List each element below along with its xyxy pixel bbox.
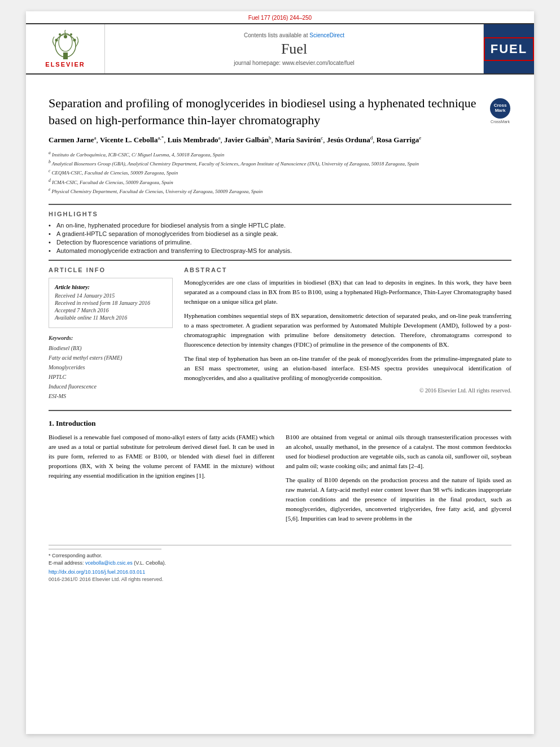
divider-highlights <box>49 204 511 205</box>
authors-line: Carmen Jarnea, Vicente L. Cebollaa,*, Lu… <box>49 135 511 145</box>
corresponding-author-note: * Corresponding author. <box>49 553 511 558</box>
elsevier-label: ELSEVIER <box>45 61 85 68</box>
body-content: 1. Introduction Biodiesel is a renewable… <box>49 419 511 528</box>
journal-title: Fuel <box>281 41 307 58</box>
highlight-item-1: An on-line, hyphenated procedure for bio… <box>49 222 511 229</box>
crossmark-label: CrossMark <box>491 120 510 124</box>
elsevier-logo: ELSEVIER <box>26 24 105 73</box>
abstract-title: ABSTRACT <box>184 267 511 273</box>
sciencedirect-link[interactable]: ScienceDirect <box>309 32 344 38</box>
highlight-item-3: Detection by fluorescence variations of … <box>49 239 511 246</box>
top-citation: Fuel 177 (2016) 244–250 <box>26 11 534 23</box>
author-cebolla: Vicente L. Cebolla <box>100 136 158 145</box>
abstract-text: Monoglycerides are one class of impuriti… <box>184 278 511 383</box>
keywords-list: Biodiesel (BX) Fatty acid methyl esters … <box>49 343 173 401</box>
sciencedirect-line: Contents lists available at ScienceDirec… <box>244 32 344 38</box>
keywords-box: Keywords: Biodiesel (BX) Fatty acid meth… <box>49 335 173 401</box>
affiliation-e: e Physical Chemistry Department, Faculta… <box>49 186 511 195</box>
copyright-line: © 2016 Elsevier Ltd. All rights reserved… <box>184 387 511 394</box>
article-content: Separation and profiling of monoglycerid… <box>26 75 534 595</box>
abstract-p1: Monoglycerides are one class of impuriti… <box>184 278 511 307</box>
doi-link[interactable]: http://dx.doi.org/10.1016/j.fuel.2016.03… <box>49 569 145 575</box>
info-abstract-columns: ARTICLE INFO Article history: Received 1… <box>49 267 511 401</box>
fuel-logo: FUEL <box>484 37 534 61</box>
keyword-5: Induced fluorescence <box>49 382 173 391</box>
article-title: Separation and profiling of monoglycerid… <box>49 95 478 128</box>
fuel-logo-box: FUEL <box>483 24 534 73</box>
affiliation-d: d ICMA-CSIC, Facultad de Ciencias, 50009… <box>49 177 511 186</box>
elsevier-tree-icon <box>43 30 88 61</box>
footnote-divider <box>49 549 161 549</box>
available-date: Available online 11 March 2016 <box>55 314 167 321</box>
journal-homepage: journal homepage: www.elsevier.com/locat… <box>234 60 354 66</box>
author-orduna: Jesús Orduna <box>327 136 370 145</box>
author-galban: Javier Galbán <box>224 136 269 145</box>
journal-header: ELSEVIER Contents lists available at Sci… <box>26 23 534 75</box>
article-info-title: ARTICLE INFO <box>49 267 173 273</box>
intro-p3: The quality of B100 depends on the produ… <box>286 475 511 523</box>
email-note: E-mail address: vcebolla@icb.csic.es (V.… <box>49 560 511 566</box>
article-info-col: ARTICLE INFO Article history: Received 1… <box>49 267 173 401</box>
keyword-3: Monoglycerides <box>49 362 173 372</box>
footnote-area: * Corresponding author. E-mail address: … <box>49 545 511 582</box>
divider-body <box>49 410 511 411</box>
article-history-box: Article history: Received 14 January 201… <box>49 278 173 328</box>
crossmark-badge[interactable]: CrossMark CrossMark <box>489 98 511 124</box>
crossmark-icon: CrossMark <box>490 98 510 119</box>
affiliation-c: c CEQMA-CSIC, Facultad de Ciencias, 5000… <box>49 168 511 177</box>
svg-rect-0 <box>63 53 68 59</box>
intro-text-left: Biodiesel is a renewable fuel composed o… <box>49 433 274 480</box>
abstract-p3: The final step of hyphenation has been a… <box>184 354 511 383</box>
keyword-4: HPTLC <box>49 372 173 382</box>
keyword-1: Biodiesel (BX) <box>49 343 173 353</box>
intro-p2: B100 are obtained from vegetal or animal… <box>286 433 511 471</box>
highlight-item-2: A gradient-HPTLC separation of monoglyce… <box>49 230 511 237</box>
intro-columns: Biodiesel is a renewable fuel composed o… <box>49 433 511 528</box>
received-revised-date: Received in revised form 18 January 2016 <box>55 300 167 306</box>
svg-point-5 <box>73 39 76 42</box>
intro-text-right: B100 are obtained from vegetal or animal… <box>286 433 511 523</box>
svg-point-7 <box>70 33 72 36</box>
highlights-title: HIGHLIGHTS <box>49 211 511 217</box>
abstract-p2: Hyphenation combines sequential steps of… <box>184 311 511 350</box>
received-date: Received 14 January 2015 <box>55 292 167 299</box>
highlight-item-4: Automated monoglyceride extraction and t… <box>49 247 511 254</box>
author-carmen: Carmen Jarne <box>49 136 94 145</box>
email-link[interactable]: vcebolla@icb.csic.es <box>85 560 133 566</box>
issn-line: 0016-2361/© 2016 Elsevier Ltd. All right… <box>49 576 511 582</box>
author-saviron: María Savirón <box>275 136 321 145</box>
affiliation-a: a Instituto de Carboquímica, ICB-CSIC, C… <box>49 150 511 159</box>
abstract-col: ABSTRACT Monoglycerides are one class of… <box>184 267 511 401</box>
highlights-list: An on-line, hyphenated procedure for bio… <box>49 222 511 254</box>
accepted-date: Accepted 7 March 2016 <box>55 307 167 313</box>
journal-center: Contents lists available at ScienceDirec… <box>105 24 483 73</box>
keyword-6: ESI-MS <box>49 391 173 401</box>
article-title-row: Separation and profiling of monoglycerid… <box>49 95 511 128</box>
svg-point-4 <box>55 39 58 42</box>
keyword-2: Fatty acid methyl esters (FAME) <box>49 353 173 362</box>
svg-point-6 <box>59 33 61 36</box>
author-membrado: Luis Membrado <box>168 136 218 145</box>
author-garriga: Rosa Garriga <box>377 136 419 145</box>
keywords-title: Keywords: <box>49 335 173 341</box>
affiliations: a Instituto de Carboquímica, ICB-CSIC, C… <box>49 150 511 196</box>
intro-col-left: Biodiesel is a renewable fuel composed o… <box>49 433 274 528</box>
divider-abstract <box>49 260 511 261</box>
affiliation-b: b Analytical Biosensors Group (GBA), Ana… <box>49 159 511 168</box>
svg-point-3 <box>64 35 67 38</box>
page: Fuel 177 (2016) 244–250 <box>26 11 534 734</box>
intro-col-right: B100 are obtained from vegetal or animal… <box>286 433 511 528</box>
intro-p1: Biodiesel is a renewable fuel composed o… <box>49 433 274 480</box>
intro-title: 1. Introduction <box>49 419 511 428</box>
history-title: Article history: <box>55 284 167 290</box>
